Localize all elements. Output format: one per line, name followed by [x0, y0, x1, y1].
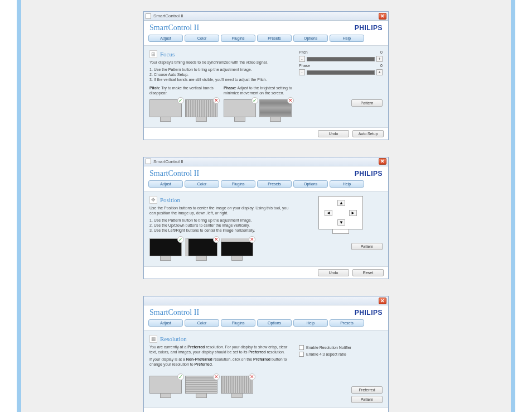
phase-slider[interactable]	[307, 70, 375, 75]
phase-bold: Phase:	[224, 86, 236, 90]
focus-step1: 1. Use the Pattern button to bring up th…	[149, 67, 292, 72]
x-icon: ✕	[213, 373, 220, 380]
pos-step3: 3. Use the Left/Right buttons to center …	[149, 228, 292, 233]
tab-plugins[interactable]: Plugins	[221, 35, 255, 42]
check-icon: ✓	[177, 373, 184, 380]
position-content: ✥ Position Use the Position buttons to c…	[144, 191, 388, 266]
page-margin-right	[511, 0, 515, 412]
tab-presets[interactable]: Presets	[257, 180, 292, 188]
check-icon: ✓	[177, 236, 184, 243]
position-preview: ▲ ▼ ◄ ►	[318, 196, 363, 229]
pattern-button[interactable]: Pattern	[351, 99, 383, 107]
pitch-value: 0	[378, 50, 383, 54]
res-p1: You are currently at a Preferred resolut…	[149, 344, 292, 354]
monitor-bad: ✕	[185, 238, 217, 262]
tab-adjust[interactable]: Adjust	[148, 35, 183, 42]
titlebar-text: SmartControl II	[153, 159, 183, 164]
tab-plugins[interactable]: Plugins	[221, 319, 255, 327]
monitor-bad: ✕	[185, 99, 217, 123]
phase-value: 0	[378, 64, 383, 68]
pattern-button[interactable]: Pattern	[351, 396, 383, 403]
tab-options[interactable]: Options	[293, 180, 328, 188]
resolution-window: ✕ SmartControl II PHILIPS Adjust Color P…	[143, 296, 389, 412]
tab-adjust[interactable]: Adjust	[148, 180, 183, 188]
tab-help[interactable]: Help	[293, 319, 328, 327]
focus-window: SmartControl II ✕ SmartControl II PHILIP…	[143, 11, 389, 140]
focus-step2: 2. Choose Auto Setup.	[149, 72, 292, 77]
position-desc: Use the Position buttons to center the i…	[149, 205, 292, 215]
enable-43-label: Enable 4:3 aspect ratio	[306, 352, 346, 356]
position-icon: ✥	[149, 196, 157, 204]
monitor-ok: ✓	[224, 99, 256, 123]
pitch-plus-button[interactable]: +	[376, 56, 383, 62]
tab-row: Adjust Color Plugins Presets Options Hel…	[144, 179, 388, 191]
phase-slider-label: Phase	[299, 64, 313, 68]
titlebar: ✕	[144, 296, 388, 305]
left-button[interactable]: ◄	[325, 210, 332, 216]
titlebar: SmartControl II ✕	[144, 12, 388, 21]
enable-notifier-checkbox[interactable]	[299, 345, 304, 350]
close-icon[interactable]: ✕	[379, 13, 386, 20]
close-icon[interactable]: ✕	[379, 298, 386, 304]
tab-options[interactable]: Options	[293, 35, 328, 42]
x-icon: ✕	[213, 236, 220, 243]
position-window: SmartControl II ✕ SmartControl II PHILIP…	[143, 157, 389, 279]
phase-minus-button[interactable]: -	[299, 69, 305, 75]
focus-content: ⊞ Focus Your display's timing needs to b…	[144, 46, 388, 127]
auto-setup-button[interactable]: Auto Setup	[352, 130, 384, 137]
right-button[interactable]: ►	[349, 210, 357, 216]
close-icon[interactable]: ✕	[379, 158, 386, 165]
section-title: Position	[160, 197, 180, 203]
resolution-icon: ▦	[149, 335, 157, 343]
titlebar: SmartControl II ✕	[144, 157, 388, 166]
tab-help[interactable]: Help	[330, 180, 364, 188]
app-title: SmartControl II	[149, 23, 199, 32]
check-icon: ✓	[252, 97, 258, 104]
up-button[interactable]: ▲	[337, 200, 345, 206]
section-title: Focus	[160, 51, 175, 58]
pitch-bold: Pitch:	[149, 86, 160, 90]
tab-help[interactable]: Help	[330, 35, 364, 42]
enable-notifier-label: Enable Resolution Notifier	[306, 346, 351, 349]
preferred-button[interactable]: Preferred	[351, 386, 383, 394]
brand-logo: PHILIPS	[355, 24, 383, 32]
tab-adjust[interactable]: Adjust	[148, 319, 183, 327]
app-title: SmartControl II	[149, 169, 199, 178]
x-icon: ✕	[287, 97, 294, 104]
x-icon: ✕	[249, 236, 255, 243]
monitor-ok: ✓	[149, 376, 182, 399]
tab-color[interactable]: Color	[185, 35, 219, 42]
tab-color[interactable]: Color	[185, 319, 219, 327]
pitch-slider-label: Pitch	[299, 50, 313, 54]
app-title: SmartControl II	[149, 308, 199, 317]
section-title: Resolution	[160, 336, 187, 342]
undo-button[interactable]: Undo	[318, 130, 349, 137]
monitor-bad: ✕	[221, 376, 253, 399]
resolution-content: ▦ Resolution You are currently at a Pref…	[144, 330, 388, 408]
pos-step2: 2. Use the Up/Down buttons to center the…	[149, 223, 292, 228]
undo-button[interactable]: Undo	[318, 269, 349, 276]
tab-presets[interactable]: Presets	[330, 319, 364, 327]
x-icon: ✕	[213, 97, 220, 104]
tab-options[interactable]: Options	[257, 319, 292, 327]
tab-row: Adjust Color Plugins Presets Options Hel…	[144, 33, 388, 46]
focus-desc: Your display's timing needs to be synchr…	[149, 60, 292, 65]
reset-button[interactable]: Reset	[352, 269, 384, 276]
enable-43-checkbox[interactable]	[299, 352, 304, 357]
phase-plus-button[interactable]: +	[376, 69, 383, 75]
tab-color[interactable]: Color	[185, 180, 219, 188]
app-icon	[146, 159, 151, 164]
monitor-bad: ✕	[221, 238, 253, 262]
pattern-button[interactable]: Pattern	[351, 243, 383, 250]
tab-presets[interactable]: Presets	[257, 35, 292, 42]
tab-plugins[interactable]: Plugins	[221, 180, 255, 188]
focus-step3: 3. If the vertical bands are still visib…	[149, 77, 292, 82]
pitch-slider[interactable]	[307, 57, 375, 61]
monitor-ok: ✓	[149, 99, 182, 123]
monitor-ok: ✓	[149, 238, 182, 262]
res-p2: If your display is at a Non-Preferred re…	[149, 357, 292, 367]
down-button[interactable]: ▼	[337, 219, 345, 226]
pitch-minus-button[interactable]: -	[299, 56, 305, 62]
tab-row: Adjust Color Plugins Options Help Preset…	[144, 318, 388, 330]
brand-logo: PHILIPS	[355, 170, 383, 178]
